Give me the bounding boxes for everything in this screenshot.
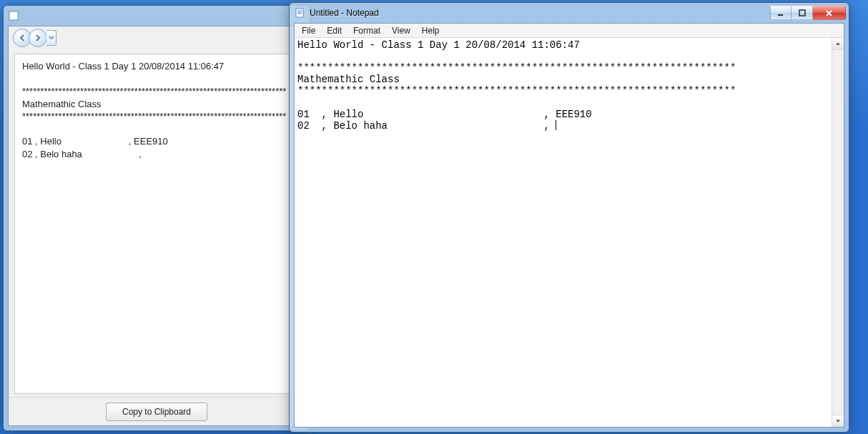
svg-rect-0 (9, 11, 18, 20)
np-row-1: 01 , Hello , EEE910 (297, 109, 592, 120)
menu-file[interactable]: File (296, 25, 321, 36)
arrow-right-icon (34, 34, 42, 42)
svg-rect-1 (296, 9, 303, 17)
app-system-icon (8, 10, 19, 21)
menu-format[interactable]: Format (347, 25, 386, 36)
notepad-titlebar[interactable]: Untitled - Notepad (290, 3, 849, 23)
np-header-line: Hello World - Class 1 Day 1 20/08/2014 1… (297, 39, 580, 51)
app-divider-1: ****************************************… (22, 86, 286, 97)
app-row-1: 01 , Hello , EEE910 (22, 136, 168, 147)
scroll-down-button[interactable] (832, 415, 844, 427)
maximize-icon (799, 9, 806, 16)
minimize-button[interactable] (770, 6, 791, 20)
copy-to-clipboard-button[interactable]: Copy to Clipboard (106, 403, 207, 421)
app-content-panel: Hello World - Class 1 Day 1 20/08/2014 1… (14, 54, 299, 394)
app-footer: Copy to Clipboard (9, 397, 305, 425)
custom-app-window: Hello World - Class 1 Day 1 20/08/2014 1… (3, 5, 310, 431)
nav-forward-button[interactable] (29, 29, 47, 47)
chevron-down-icon (49, 35, 54, 41)
vertical-scrollbar[interactable] (832, 38, 844, 427)
maximize-button[interactable] (791, 6, 813, 20)
close-icon (825, 9, 833, 17)
scroll-up-button[interactable] (832, 38, 844, 50)
notepad-icon (295, 8, 305, 18)
arrow-left-icon (18, 34, 26, 42)
nav-dropdown-button[interactable] (46, 30, 56, 46)
notepad-menubar: File Edit Format View Help (295, 24, 844, 38)
close-button[interactable] (813, 6, 846, 20)
chevron-up-icon (835, 41, 841, 46)
notepad-title: Untitled - Notepad (310, 8, 770, 18)
app-nav-toolbar (9, 26, 305, 49)
np-divider-1: ****************************************… (297, 62, 736, 74)
notepad-text-area[interactable]: Hello World - Class 1 Day 1 20/08/2014 1… (295, 38, 832, 427)
menu-edit[interactable]: Edit (321, 25, 347, 36)
np-divider-2: ****************************************… (297, 85, 736, 97)
menu-help[interactable]: Help (416, 25, 445, 36)
app-divider-2: ****************************************… (22, 111, 286, 122)
text-caret (556, 120, 556, 130)
chevron-down-icon (835, 418, 841, 424)
app-header-line: Hello World - Class 1 Day 1 20/08/2014 1… (22, 61, 224, 71)
menu-view[interactable]: View (386, 25, 416, 36)
app-section-title: Mathemathic Class (22, 99, 102, 109)
np-row-2: 02 , Belo haha , (297, 120, 556, 132)
notepad-system-icon (294, 7, 305, 19)
svg-rect-6 (799, 10, 805, 16)
minimize-icon (777, 9, 784, 16)
np-section-title: Mathemathic Class (297, 74, 400, 85)
window-caption-buttons (770, 6, 846, 20)
app-titlebar[interactable] (4, 6, 310, 26)
notepad-window: Untitled - Notepad File Edit Format View… (289, 2, 849, 433)
app-row-2: 02 , Belo haha , (22, 149, 144, 159)
